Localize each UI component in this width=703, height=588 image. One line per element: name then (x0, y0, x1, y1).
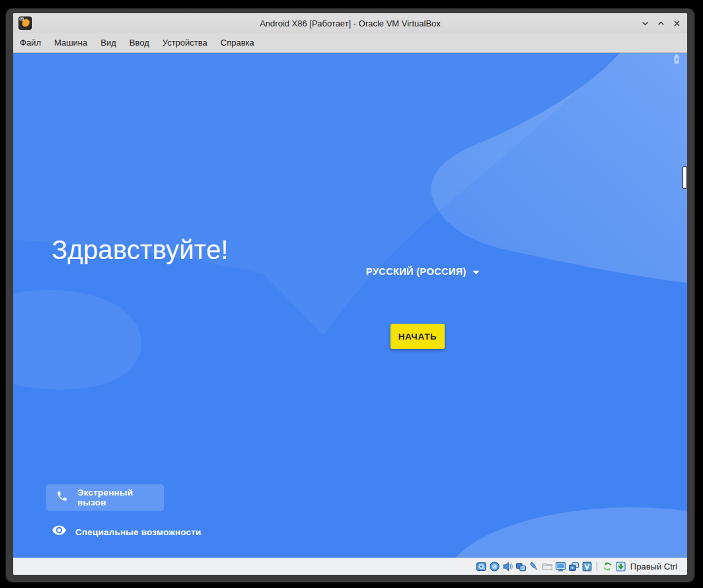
background-blobs (13, 53, 687, 558)
hard-disks-icon[interactable] (476, 561, 487, 572)
language-selector[interactable]: РУССКИЙ (РОССИЯ) (366, 264, 480, 279)
maximize-button[interactable] (655, 18, 666, 28)
menu-machine[interactable]: Машина (48, 33, 94, 52)
window-controls (640, 18, 682, 28)
optical-drives-icon[interactable] (489, 561, 500, 572)
close-button[interactable] (671, 18, 682, 28)
mouse-integration-icon[interactable] (602, 561, 613, 572)
audio-icon[interactable] (502, 561, 513, 572)
eye-icon (52, 525, 67, 538)
display-icon[interactable] (555, 561, 566, 572)
accessibility-button[interactable]: Специальные возможности (52, 525, 202, 539)
recording-icon[interactable] (568, 561, 579, 572)
window-title: Android X86 [Работает] - Oracle VM Virtu… (13, 18, 687, 28)
menu-devices[interactable]: Устройства (156, 33, 214, 52)
language-selector-label: РУССКИЙ (РОССИЯ) (366, 266, 466, 277)
window-inner: Android X86 [Работает] - Oracle VM Virtu… (13, 13, 687, 575)
phone-icon (56, 490, 68, 505)
menu-input[interactable]: Ввод (123, 33, 156, 52)
mouse-pointer (683, 166, 687, 189)
virtualbox-window: Android X86 [Работает] - Oracle VM Virtu… (5, 8, 695, 583)
titlebar: Android X86 [Работает] - Oracle VM Virtu… (13, 13, 687, 33)
battery-charging-icon (674, 54, 679, 64)
menu-view[interactable]: Вид (94, 33, 123, 52)
network-icon[interactable] (515, 561, 527, 572)
start-button[interactable]: НАЧАТЬ (390, 324, 445, 349)
menubar: Файл Машина Вид Ввод Устройства Справка (13, 33, 687, 53)
shared-folders-icon[interactable] (542, 561, 553, 572)
statusbar: Правый Ctrl (13, 558, 687, 575)
minimize-button[interactable] (640, 18, 650, 28)
accessibility-label: Специальные возможности (75, 527, 202, 537)
android-setup-screen: Здравствуйте! РУССКИЙ (РОССИЯ) НАЧАТЬ Эк… (13, 53, 687, 558)
greeting-text: Здравствуйте! (52, 235, 229, 265)
menu-file[interactable]: Файл (13, 33, 48, 52)
statusbar-separator (597, 562, 597, 571)
menu-help[interactable]: Справка (214, 33, 261, 52)
keyboard-capture-icon[interactable] (615, 561, 626, 572)
features-icon[interactable] (581, 561, 593, 572)
emergency-call-button[interactable]: Экстренный вызов (46, 484, 164, 511)
chevron-down-icon (472, 266, 480, 277)
usb-icon[interactable] (529, 561, 540, 572)
host-key-label: Правый Ctrl (630, 562, 677, 571)
emergency-call-label: Экстренный вызов (77, 488, 164, 507)
